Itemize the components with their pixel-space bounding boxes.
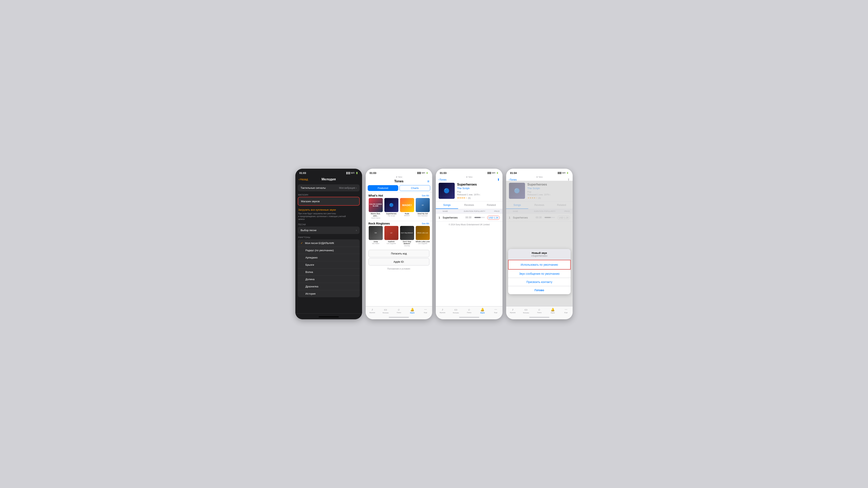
see-all-hot[interactable]: See All› (422, 194, 429, 197)
ringtone-item-8[interactable]: История (298, 290, 360, 297)
terms-link[interactable]: Положения и условия› (366, 266, 432, 271)
tab-sounds-3[interactable]: 🔔 Звуки (476, 308, 489, 314)
track-row-3[interactable]: 1 Superheroes 00:30 USD 1.29 (436, 214, 502, 222)
charts-tab[interactable]: Charts (399, 185, 430, 191)
album-lotta[interactable]: Whole Lotta Love Whole Lotta Love Led Ze… (415, 226, 430, 247)
redeem-button[interactable]: Погасить код (369, 250, 430, 257)
tab-search-4[interactable]: ⌕ Поиск (533, 308, 546, 314)
steal-art-text: 1D (422, 204, 424, 206)
table-header-3: NAME DURATION POPULARITY PRICE (436, 209, 502, 214)
done-button[interactable]: Готово (508, 286, 571, 294)
track-num-3: 1 (439, 216, 443, 219)
store-row-highlighted[interactable]: Магазин звуков (298, 197, 360, 206)
message-tone-button[interactable]: Звук сообщения по умолчанию (508, 269, 571, 278)
ringtone-item-6[interactable]: Долина (298, 276, 360, 283)
use-default-button[interactable]: Использовать по умолчанию (508, 260, 571, 269)
ringtone-item-4[interactable]: Брызги (298, 261, 360, 268)
back-button-1[interactable]: ‹ Назад (299, 178, 308, 181)
status-bar-4: 01:04 ▐▐▐ WiFi 🔋 (506, 169, 573, 176)
tab-music-4[interactable]: ♪ Музыка (506, 308, 519, 314)
track-pop-3 (473, 217, 486, 218)
tactile-row[interactable]: Тактильные сигналы Моя вибрация › (298, 184, 360, 191)
screen1-title: Мелодия (321, 177, 336, 181)
col-num-header (439, 210, 443, 212)
album-rude[interactable]: MAGIC! Rude MAGIC! (400, 198, 414, 219)
price-cell-3[interactable]: USD 1.29 (486, 216, 500, 219)
superheroes-name: Superheroes (386, 213, 397, 215)
status-sub-2: ◄ Часы (366, 176, 432, 178)
tab-movies-4[interactable]: ▭ Фильмы (519, 308, 533, 314)
album-steal[interactable]: 1D Steal My Girl One Direction (415, 198, 430, 219)
appleid-field[interactable]: Apple ID: (369, 258, 430, 265)
superheroes-art: 🔵 (384, 198, 398, 212)
time-2: 01:03 (370, 171, 376, 174)
sounds-label-2: Звуки (410, 312, 414, 314)
rude-art: MAGIC! (400, 198, 414, 212)
wifi-icon-3: WiFi (492, 172, 495, 174)
album-superheroes[interactable]: 🔵 Superheroes The Script (384, 198, 399, 219)
songs-tab-3[interactable]: Songs (436, 201, 458, 209)
album-jump[interactable]: VH Jump Van Halen (369, 226, 383, 247)
ringtone-item-7[interactable]: Дразнилка (298, 283, 360, 290)
menu-icon[interactable]: ≡ (427, 179, 429, 184)
pick-song-row[interactable]: Выбор песни › (298, 227, 360, 234)
ringtone-item-3[interactable]: Арпеджио (298, 254, 360, 261)
col-dur-header: DURATION (464, 210, 473, 212)
album-journey[interactable]: Don't Stop Believin' Don't Stop Believin… (400, 226, 414, 247)
whats-hot-grid: CALVIN HARRIS BLAME Blame (feat. John...… (366, 198, 432, 221)
status-bar-2: 01:03 ▐▐▐ WiFi 🔋 (366, 169, 432, 176)
tab-sounds-4[interactable]: 🔔 Звуки (546, 308, 559, 314)
search-icon-3: ⌕ (468, 308, 470, 311)
download-description: При этом будут загружены все рингтоныи п… (296, 212, 362, 223)
detail-tabs-3: Songs Reviews Related (436, 201, 502, 209)
kashmir-art-text: LZ (391, 232, 392, 234)
bottom-nav-3: ♪ Музыка ▭ Фильмы ⌕ Поиск 🔔 Звуки ··· Ещ… (436, 306, 502, 315)
tab-more-4[interactable]: ··· Еще (559, 308, 572, 314)
pop-bar-bg (474, 217, 485, 218)
wifi-icon: WiFi (351, 172, 355, 174)
tab-sounds-2[interactable]: 🔔 Звуки (405, 308, 419, 314)
time-1: 01:03 (299, 171, 306, 174)
signal-icon-3: ▐▐▐ (487, 172, 491, 174)
ringtone-item-5[interactable]: Волна (298, 268, 360, 276)
related-tab-3[interactable]: Related (480, 201, 502, 209)
more-icon-3: ··· (494, 308, 497, 311)
share-icon-3[interactable]: ⬆ (497, 178, 500, 182)
store-label: Магазин звуков (301, 200, 320, 203)
track-artist-3[interactable]: The Script› (457, 187, 480, 190)
signal-icon-2: ▐▐▐ (417, 172, 421, 174)
reviews-tab-3[interactable]: Reviews (458, 201, 480, 209)
movies-icon-4: ▭ (524, 308, 527, 312)
tab-music-3[interactable]: ♪ Музыка (436, 308, 449, 314)
rock-grid: VH Jump Van Halen LZ Kashmir Led Zeppeli… (366, 226, 432, 249)
tab-movies-3[interactable]: ▭ Фильмы (449, 308, 462, 314)
tab-search-3[interactable]: ⌕ Поиск (463, 308, 476, 314)
tab-movies-2[interactable]: ▭ Фильмы (379, 308, 392, 314)
lotta-art-text: Whole Lotta Love (417, 232, 428, 233)
kashmir-art: LZ (384, 226, 398, 240)
appleid-label: Apple ID: (394, 260, 404, 263)
ringtone-item-1[interactable]: ✓ Моя песня БУДИЛЬНИК (298, 239, 360, 247)
col-pop-header: POPULARITY (473, 210, 486, 212)
search-label-2: Поиск (397, 312, 401, 314)
bottom-nav-4: ♪ Музыка ▭ Фильмы ⌕ Поиск 🔔 Звуки ··· Ещ… (506, 306, 573, 315)
assign-contact-button[interactable]: Присвоить контакту (508, 278, 571, 286)
download-link: Загрузить все купленные звуки (298, 208, 336, 211)
album-kashmir[interactable]: LZ Kashmir Led Zeppelin (384, 226, 399, 247)
search-label-3: Поиск (467, 312, 471, 314)
movies-icon-2: ▭ (384, 308, 387, 312)
tab-more-2[interactable]: ··· Еще (419, 308, 432, 314)
movies-icon-3: ▭ (454, 308, 457, 312)
download-link-row[interactable]: Загрузить все купленные звуки (296, 206, 362, 212)
tab-music-2[interactable]: ♪ Музыка (366, 308, 379, 314)
album-blame[interactable]: CALVIN HARRIS BLAME Blame (feat. John...… (369, 198, 383, 219)
back-btn-3[interactable]: ‹ Tones (439, 178, 446, 181)
featured-tab[interactable]: Featured (368, 185, 398, 191)
tab-more-3[interactable]: ··· Еще (489, 308, 502, 314)
home-bar-1 (296, 314, 362, 319)
ringtone-item-2[interactable]: Радиус (по умолчанию) (298, 247, 360, 254)
rating-count-3: (6) (468, 197, 471, 199)
see-all-rock[interactable]: See All› (422, 222, 429, 225)
tab-search-2[interactable]: ⌕ Поиск (392, 308, 405, 314)
music-label-2: Музыка (370, 312, 375, 314)
